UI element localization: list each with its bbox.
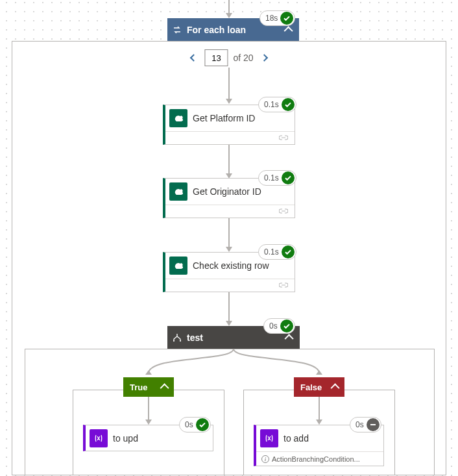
duration-badge: 0.1s — [258, 97, 296, 112]
action-title: Check existing row — [193, 260, 269, 271]
condition-icon — [167, 332, 187, 343]
arrowhead-icon — [226, 13, 232, 18]
skipped-icon — [367, 418, 380, 431]
dataverse-icon — [169, 109, 187, 127]
action-title: to upd — [113, 433, 138, 444]
connector — [228, 145, 230, 173]
badge-time: 18s — [265, 14, 278, 23]
branch-true-label: True — [123, 382, 157, 392]
arrowhead-icon — [226, 321, 232, 326]
svg-rect-0 — [370, 424, 376, 425]
iteration-pager: of 20 — [187, 49, 270, 66]
duration-badge: 0s — [179, 417, 211, 432]
loop-icon — [167, 25, 187, 35]
duration-badge: 0.1s — [258, 170, 296, 186]
pager-total: of 20 — [233, 53, 253, 63]
badge-time: 0s — [356, 420, 364, 429]
pager-next-button[interactable] — [259, 52, 271, 64]
success-icon — [282, 245, 295, 258]
connector — [228, 218, 230, 247]
collapse-button[interactable] — [280, 27, 299, 33]
badge-time: 0s — [269, 321, 278, 331]
duration-badge: 18s — [259, 10, 295, 26]
branch-true-header[interactable]: True — [123, 377, 174, 397]
arrowhead-icon — [316, 420, 322, 425]
arrowhead-icon — [145, 420, 152, 425]
badge-time: 0.1s — [264, 247, 279, 257]
success-icon — [280, 319, 293, 332]
variable-icon — [260, 429, 278, 447]
chevron-up-icon — [160, 383, 169, 392]
action-footer-text: ActionBranchingCondition... — [272, 455, 360, 463]
arrowhead-icon — [226, 99, 232, 104]
connector — [148, 397, 149, 420]
collapse-button[interactable] — [157, 384, 174, 390]
info-icon: i — [261, 455, 269, 463]
connector — [319, 397, 320, 420]
badge-time: 0.1s — [264, 173, 279, 182]
collapse-button[interactable] — [280, 334, 300, 341]
branch-connectors — [25, 349, 435, 397]
chevron-up-icon — [285, 334, 294, 343]
variable-icon — [90, 429, 108, 447]
connector — [228, 292, 230, 321]
condition-title: test — [187, 332, 280, 343]
action-title: Get Originator ID — [193, 186, 261, 197]
badge-time: 0.1s — [264, 100, 279, 109]
flow-canvas[interactable]: 18s For each loan of 20 0.1s Get P — [0, 0, 458, 476]
connector — [228, 68, 230, 99]
pager-prev-button[interactable] — [187, 52, 199, 64]
link-icon — [279, 207, 288, 217]
pager-input[interactable] — [204, 49, 228, 66]
duration-badge: 0s — [350, 417, 381, 432]
collapse-button[interactable] — [328, 384, 344, 390]
success-icon — [196, 418, 209, 431]
success-icon — [280, 12, 293, 25]
chevron-up-icon — [331, 383, 340, 392]
connector — [228, 0, 230, 13]
branch-false-header[interactable]: False — [294, 377, 344, 397]
dataverse-icon — [169, 182, 187, 201]
branch-false-label: False — [294, 382, 328, 392]
chevron-left-icon — [190, 54, 197, 61]
action-title: Get Platform ID — [193, 113, 255, 123]
link-icon — [279, 281, 288, 291]
link-icon — [279, 133, 288, 144]
duration-badge: 0s — [263, 318, 295, 334]
arrowhead-icon — [226, 247, 232, 252]
chevron-up-icon — [284, 26, 293, 35]
badge-time: 0s — [185, 420, 193, 429]
chevron-right-icon — [261, 54, 268, 61]
action-title: to add — [283, 433, 309, 444]
duration-badge: 0.1s — [258, 244, 296, 260]
success-icon — [282, 98, 295, 111]
dataverse-icon — [169, 257, 187, 275]
success-icon — [282, 171, 295, 184]
